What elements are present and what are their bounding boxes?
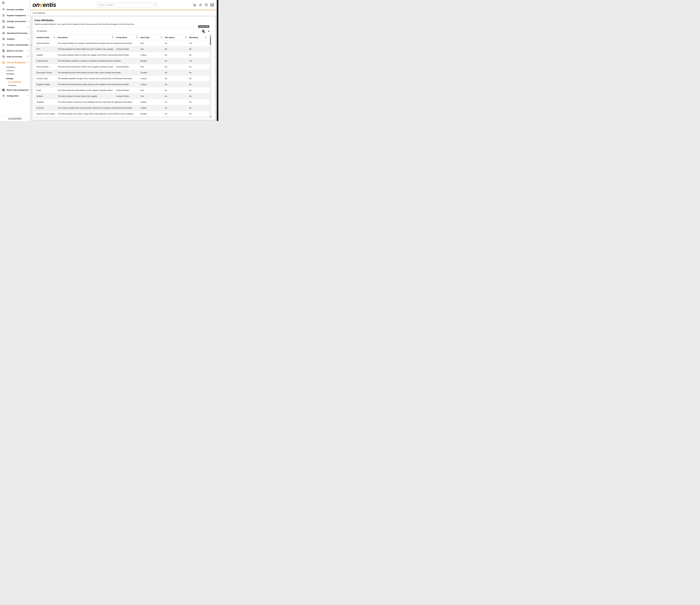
sidebar-item-order-processing[interactable]: Order processing — [0, 54, 30, 59]
menu-hamburger-icon[interactable] — [2, 2, 4, 4]
sidebar-item-configuration[interactable]: Configuration — [0, 93, 30, 99]
cell-mandatory: No — [189, 66, 209, 68]
table-row[interactable]: Template This field provides a reference… — [34, 99, 211, 105]
sidebar-subitem-label: Contracts — [6, 70, 14, 72]
cell-attribute-name: Template — [36, 101, 58, 103]
layout-view-button[interactable] — [201, 28, 206, 34]
cell-input-type: Lookup — [141, 77, 165, 79]
search-icon[interactable] — [153, 4, 156, 6]
column-header-has-values[interactable]: Has Values — [165, 37, 189, 39]
cell-input-type: Number — [141, 113, 165, 115]
cell-input-type: Lookup — [141, 83, 165, 86]
sidebar-item-catalogs[interactable]: Catalogs — [0, 24, 30, 30]
handshake-document-icon — [2, 20, 5, 23]
chevron-right-icon — [27, 95, 29, 97]
sidebar-subitem-settings-templates[interactable]: Templates — [0, 83, 30, 87]
cell-attribute-name: Supplier — [36, 54, 58, 56]
column-header-group-name[interactable]: Group Name — [116, 37, 141, 39]
sidebar-item-customer-administration[interactable]: Customer Administration — [0, 42, 30, 48]
cell-description: The currency related to the value amount… — [58, 107, 116, 109]
handtruck-icon — [2, 14, 5, 17]
column-header-input-type[interactable]: Input Type — [141, 37, 165, 39]
cell-group-name: Dates — [116, 60, 141, 62]
sidebar-subitem-templates[interactable]: Templates — [0, 72, 30, 75]
sidebar-subitem-contracts[interactable]: Contracts — [0, 69, 30, 72]
filter-icon[interactable] — [136, 37, 138, 39]
scrollbar-thumb[interactable] — [210, 37, 211, 45]
sidebar-subitem-core-attributes[interactable]: Core Attributes — [0, 80, 30, 83]
table-row[interactable]: Internal Number The unique identifier of… — [34, 40, 211, 46]
cart-icon[interactable] — [193, 3, 196, 7]
sidebar-item-assistbee[interactable]: Onventis AssistBee — [0, 6, 30, 13]
cell-description: This field provides a reference to the t… — [58, 101, 116, 103]
column-header-attribute-name[interactable]: Attribute Name — [36, 37, 58, 39]
sidebar-item-label: Onventis AssistBee — [7, 8, 24, 10]
cell-mandatory: No — [189, 95, 209, 97]
core-attributes-card: Core Attributes System-provided attribut… — [32, 17, 215, 120]
scroll-down-arrow-icon[interactable] — [210, 117, 211, 117]
sidebar-scrollbar[interactable] — [30, 0, 30, 121]
table-row[interactable]: Phone Number This field records the phon… — [34, 64, 211, 70]
user-avatar[interactable]: CM — [210, 3, 214, 7]
scroll-up-arrow-icon[interactable] — [210, 35, 211, 36]
help-icon[interactable]: ? — [204, 3, 208, 6]
column-header-description[interactable]: Description — [58, 37, 116, 39]
sidebar-subitem-label: Templates — [6, 73, 15, 75]
cell-has-values: No — [165, 101, 189, 103]
cell-group-name: Terms and Conditions — [116, 113, 141, 115]
sidebar-item-strategic-procurement[interactable]: Strategic procurement — [0, 18, 30, 24]
database-check-icon — [2, 88, 5, 92]
filter-icon[interactable] — [161, 37, 162, 39]
header-icons: ? CM — [193, 0, 214, 10]
chevron-right-icon — [27, 9, 29, 10]
table-row[interactable]: Currency The currency related to the val… — [34, 105, 211, 111]
table-row[interactable]: Email This field records the email addre… — [34, 88, 211, 93]
sidebar-item-label: Order processing — [7, 55, 22, 58]
table-scrollbar[interactable] — [209, 34, 211, 118]
column-header-mandatory[interactable]: Mandatory — [189, 37, 209, 39]
cell-description: This field defines whether a contract is… — [58, 60, 116, 62]
cell-description: This attribute specifies the type of the… — [58, 77, 116, 79]
sidebar-item-supplier-management[interactable]: Supplier management — [0, 13, 30, 18]
table-row[interactable]: Termination Period The specified amount … — [34, 70, 211, 76]
cell-group-name: Dates — [116, 72, 141, 74]
onventis-logo[interactable]: onventis — [32, 1, 56, 8]
basket-clock-icon — [2, 55, 5, 58]
table-row[interactable]: Supplier This lookup attribute allows to… — [34, 52, 211, 58]
sidebar-item-operational-purchasing[interactable]: Operational Purchasing — [0, 30, 30, 36]
filter-icon[interactable] — [112, 37, 114, 39]
table-row[interactable]: Supplier Contact This field records the … — [34, 81, 211, 88]
table-row[interactable]: VAT This field specifies the Value Added… — [34, 46, 211, 52]
table-settings-button[interactable] — [207, 29, 211, 33]
filter-icon[interactable] — [185, 37, 186, 39]
sidebar-subitem-settings[interactable]: Settings — [0, 77, 30, 80]
sidebar-item-label: Master data management — [7, 89, 29, 91]
table-row[interactable]: Auto-Renewal This field defines whether … — [34, 58, 211, 64]
table-row[interactable]: Contract Type This attribute specifies t… — [34, 76, 211, 81]
sidebar-item-contract-management[interactable]: § Contract Management — [0, 59, 30, 66]
cell-has-values: No — [165, 60, 189, 62]
table-row[interactable]: Address This field contains the street n… — [34, 93, 211, 99]
sidebar-item-quotes-auctions[interactable]: Quotes & Auctions — [0, 48, 30, 54]
sidebar-item-analytics[interactable]: Analytics — [0, 36, 30, 42]
sidebar-subitem-dashboard[interactable]: Dashboard — [0, 66, 30, 69]
sidebar-item-master-data-management[interactable]: Master data management — [0, 87, 30, 93]
cell-input-type: Duration — [141, 72, 165, 74]
cell-description: This field records the primary contact p… — [58, 83, 116, 86]
breadcrumb[interactable]: Core Attributes — [33, 12, 45, 14]
cell-attribute-name: Contract Type — [36, 77, 58, 79]
bell-icon[interactable] — [199, 3, 202, 6]
filter-icon[interactable] — [54, 37, 55, 39]
cell-attribute-name: Currency — [36, 107, 58, 109]
gear-icon — [2, 94, 5, 97]
cell-group-name: Contract Parties — [116, 54, 141, 56]
search-input[interactable] — [97, 3, 158, 7]
page-scrollbar[interactable] — [217, 0, 218, 121]
document-percent-icon — [2, 49, 5, 52]
table-row[interactable]: Payment Terms (Days) This field specifie… — [34, 111, 211, 117]
filter-icon[interactable] — [205, 37, 206, 39]
column-label: Description — [58, 37, 68, 39]
table-row[interactable] — [34, 117, 211, 118]
cell-attribute-name: Supplier Contact — [36, 83, 58, 86]
sidebar-item-label: Supplier management — [7, 15, 26, 17]
